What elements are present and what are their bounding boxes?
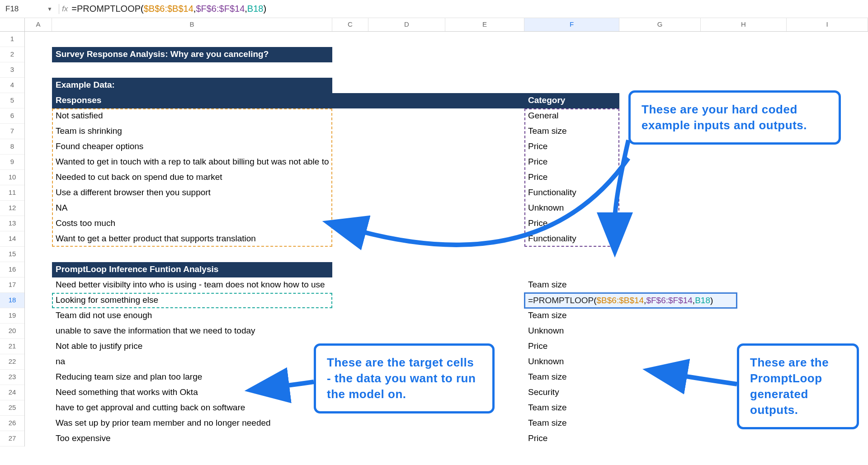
example-category-14[interactable]: Functionality [524,231,619,247]
example-category-9[interactable]: Price [524,155,619,170]
example-response-8[interactable]: Found cheaper options [52,139,524,155]
target-response-20[interactable]: unable to save the information that we n… [52,324,524,339]
row-header-10[interactable]: 10 [0,170,24,185]
target-response-19[interactable]: Team did not use enough [52,308,524,324]
target-response-26[interactable]: Was set up by prior team member and no l… [52,416,524,431]
example-data-header[interactable]: Example Data: [52,78,332,93]
cell-reference: F18 [5,5,19,14]
target-response-17[interactable]: Need better visibilty into who is using … [52,277,524,293]
example-response-14[interactable]: Want to get a better product that suppor… [52,231,524,247]
example-category-13[interactable]: Price [524,216,619,231]
example-category-10[interactable]: Price [524,170,619,185]
output-21[interactable]: Price [524,339,619,354]
example-response-6[interactable]: Not satisfied [52,108,524,124]
output-19[interactable]: Team size [524,308,619,324]
row-header-11[interactable]: 11 [0,185,24,201]
header-spacer[interactable] [332,93,524,108]
example-category-8[interactable]: Price [524,139,619,155]
row-header-17[interactable]: 17 [0,277,24,293]
row-header-20[interactable]: 20 [0,324,24,339]
row-header-16[interactable]: 16 [0,262,24,277]
output-23[interactable]: Team size [524,370,619,385]
callout-examples: These are your hard coded example inputs… [628,90,841,145]
target-response-18[interactable]: Looking for something else [52,293,524,308]
inference-header[interactable]: PromptLoop Inference Funtion Analysis [52,262,332,277]
title-header[interactable]: Survey Response Analysis: Why are you ca… [52,47,332,62]
output-25[interactable]: Team size [524,400,619,416]
row-header-14[interactable]: 14 [0,231,24,247]
column-header-E[interactable]: E [445,18,524,31]
row-header-1[interactable]: 1 [0,32,24,47]
column-header-A[interactable]: A [25,18,52,31]
output-26[interactable]: Team size [524,416,619,431]
column-header-C[interactable]: C [332,18,368,31]
column-header-F[interactable]: F [524,18,619,31]
row-header-15[interactable]: 15 [0,247,24,262]
example-response-9[interactable]: Wanted to get in touch with a rep to tal… [52,155,524,170]
example-category-12[interactable]: Unknown [524,201,619,216]
chevron-down-icon[interactable]: ▼ [47,6,52,12]
example-response-11[interactable]: Use a different browser then you support [52,185,524,201]
formula-input[interactable]: =PROMPTLOOP($B$6:$B$14,$F$6:$F$14,B18) [71,4,866,14]
row-header-12[interactable]: 12 [0,201,24,216]
target-response-27[interactable]: Too expensive [52,431,524,446]
row-headers: 1234567891011121314151617181920212223242… [0,32,25,446]
formula-bar: F18 ▼ fx =PROMPTLOOP($B$6:$B$14,$F$6:$F$… [0,0,868,18]
category-header[interactable]: Category [524,93,619,108]
example-category-11[interactable]: Functionality [524,185,619,201]
row-header-7[interactable]: 7 [0,124,24,139]
fx-icon: fx [62,5,68,14]
column-header-H[interactable]: H [701,18,787,31]
row-header-23[interactable]: 23 [0,370,24,385]
row-header-27[interactable]: 27 [0,431,24,446]
column-header-G[interactable]: G [619,18,701,31]
row-header-6[interactable]: 6 [0,108,24,124]
example-response-7[interactable]: Team is shrinking [52,124,524,139]
output-24[interactable]: Security [524,385,619,400]
output-17[interactable]: Team size [524,277,619,293]
row-header-21[interactable]: 21 [0,339,24,354]
callout-outputs: These are the PromptLoop generated outpu… [737,343,859,429]
example-response-10[interactable]: Needed to cut back on spend due to marke… [52,170,524,185]
output-27[interactable]: Price [524,431,619,446]
example-response-12[interactable]: NA [52,201,524,216]
callout-targets: These are the target cells - the data yo… [314,343,495,413]
example-response-13[interactable]: Costs too much [52,216,524,231]
row-header-22[interactable]: 22 [0,354,24,370]
name-box[interactable]: F18 ▼ [2,3,56,15]
column-header-D[interactable]: D [368,18,445,31]
row-header-18[interactable]: 18 [0,293,24,308]
row-header-24[interactable]: 24 [0,385,24,400]
row-header-13[interactable]: 13 [0,216,24,231]
divider [59,4,59,14]
column-header-I[interactable]: I [787,18,868,31]
row-header-2[interactable]: 2 [0,47,24,62]
row-header-8[interactable]: 8 [0,139,24,155]
row-header-26[interactable]: 26 [0,416,24,431]
row-header-25[interactable]: 25 [0,400,24,416]
row-header-9[interactable]: 9 [0,155,24,170]
active-cell-F18[interactable]: =PROMPTLOOP($B$6:$B$14,$F$6:$F$14,B18) [524,293,737,308]
row-header-3[interactable]: 3 [0,62,24,78]
row-header-19[interactable]: 19 [0,308,24,324]
row-header-4[interactable]: 4 [0,78,24,93]
output-22[interactable]: Unknown [524,354,619,370]
example-category-7[interactable]: Team size [524,124,619,139]
output-20[interactable]: Unknown [524,324,619,339]
select-all-corner[interactable] [0,18,25,31]
example-category-6[interactable]: General [524,108,619,124]
responses-header[interactable]: Responses [52,93,332,108]
column-headers: ABCDEFGHI [0,18,868,32]
column-header-B[interactable]: B [52,18,332,31]
row-header-5[interactable]: 5 [0,93,24,108]
